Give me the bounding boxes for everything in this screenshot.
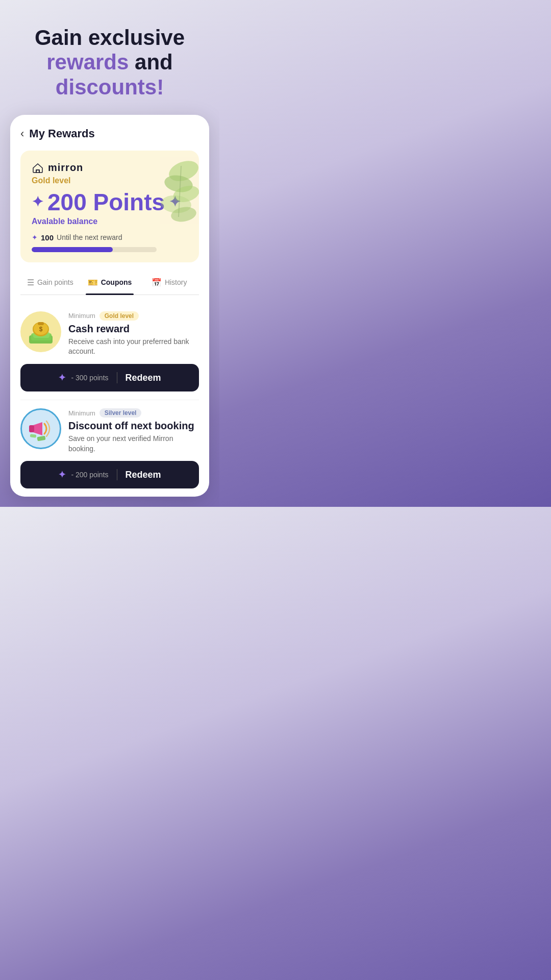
divider-line bbox=[117, 372, 117, 383]
coupon-item-cash: $ Minimum Gold level Cash reward Receive… bbox=[20, 303, 199, 400]
coupon-title-discount: Discount off next booking bbox=[68, 420, 199, 432]
tabs-row: ☰ Gain points 🎫 Coupons 📅 History bbox=[20, 271, 199, 295]
gain-points-icon: ☰ bbox=[27, 278, 34, 287]
coupon-image-cash: $ bbox=[20, 311, 61, 352]
minimum-row-discount: Minimum Silver level bbox=[68, 408, 199, 418]
next-reward-count: 100 bbox=[41, 233, 54, 242]
level-badge-silver: Silver level bbox=[99, 408, 142, 418]
discount-icon bbox=[23, 411, 59, 447]
sparkle-btn-discount-icon: ✦ bbox=[58, 469, 66, 480]
back-button[interactable]: ‹ bbox=[20, 127, 24, 140]
coupons-icon: 🎫 bbox=[88, 278, 98, 287]
svg-rect-16 bbox=[29, 425, 34, 432]
tab-coupons[interactable]: 🎫 Coupons bbox=[80, 271, 140, 295]
redeem-button-cash[interactable]: ✦ - 300 points Redeem bbox=[20, 364, 199, 391]
coupon-info-cash: Minimum Gold level Cash reward Receive c… bbox=[68, 311, 199, 357]
progress-bar-fill bbox=[32, 247, 113, 252]
level-badge-gold: Gold level bbox=[99, 311, 139, 321]
coupons-list: $ Minimum Gold level Cash reward Receive… bbox=[20, 295, 199, 497]
hero-line3-purple: discounts! bbox=[56, 75, 164, 99]
history-icon: 📅 bbox=[152, 278, 162, 287]
redeem-label-cash: Redeem bbox=[126, 373, 161, 383]
next-reward-label: Until the next reward bbox=[57, 233, 122, 241]
tab-gain-points[interactable]: ☰ Gain points bbox=[20, 271, 80, 295]
coupon-top-cash: $ Minimum Gold level Cash reward Receive… bbox=[20, 311, 199, 357]
redeem-label-discount: Redeem bbox=[126, 470, 161, 480]
hero-section: Gain exclusive rewards and discounts! bbox=[19, 0, 200, 115]
points-cost-discount: - 200 points bbox=[71, 471, 108, 479]
leaf-decoration-icon bbox=[143, 156, 199, 222]
points-card: mirron Gold level ✦ 200 Points ✦ Avalabl… bbox=[20, 151, 199, 262]
hero-line1: Gain exclusive bbox=[35, 26, 185, 50]
money-bag-icon: $ bbox=[23, 314, 59, 350]
tab-history-label: History bbox=[165, 278, 187, 286]
minimum-row-cash: Minimum Gold level bbox=[68, 311, 199, 321]
points-cost-cash: - 300 points bbox=[71, 374, 108, 382]
next-reward-row: ✦ 100 Until the next reward bbox=[32, 233, 188, 242]
coupon-item-discount: Minimum Silver level Discount off next b… bbox=[20, 400, 199, 497]
sparkle-left-icon: ✦ bbox=[32, 193, 43, 210]
coupon-desc-cash: Receive cash into your preferred bank ac… bbox=[68, 337, 199, 357]
tab-gain-label: Gain points bbox=[37, 278, 73, 286]
hero-line2-and: and bbox=[135, 50, 173, 74]
brand-name: mirron bbox=[48, 162, 83, 174]
card-header: ‹ My Rewards bbox=[20, 127, 199, 140]
svg-rect-13 bbox=[38, 322, 44, 325]
rewards-card: ‹ My Rewards mirron Gold level ✦ 200 Poi… bbox=[10, 115, 209, 497]
svg-text:$: $ bbox=[39, 326, 43, 333]
tab-history[interactable]: 📅 History bbox=[139, 271, 199, 295]
coupon-image-discount bbox=[20, 408, 61, 449]
coupon-title-cash: Cash reward bbox=[68, 323, 199, 335]
coupon-info-discount: Minimum Silver level Discount off next b… bbox=[68, 408, 199, 454]
hero-line2-purple: rewards bbox=[46, 50, 129, 74]
divider-line-discount bbox=[117, 469, 117, 480]
coupon-desc-discount: Save on your next verified Mirron bookin… bbox=[68, 434, 199, 454]
redeem-button-discount[interactable]: ✦ - 200 points Redeem bbox=[20, 461, 199, 488]
brand-icon bbox=[32, 162, 44, 174]
minimum-label-discount: Minimum bbox=[68, 409, 95, 417]
sparkle-next-icon: ✦ bbox=[32, 233, 38, 241]
sparkle-btn-icon: ✦ bbox=[58, 372, 66, 383]
progress-bar-background bbox=[32, 247, 157, 252]
coupon-top-discount: Minimum Silver level Discount off next b… bbox=[20, 408, 199, 454]
page-title: My Rewards bbox=[29, 127, 94, 140]
svg-rect-6 bbox=[36, 170, 39, 173]
tab-coupons-label: Coupons bbox=[101, 278, 132, 286]
minimum-label-cash: Minimum bbox=[68, 312, 95, 320]
